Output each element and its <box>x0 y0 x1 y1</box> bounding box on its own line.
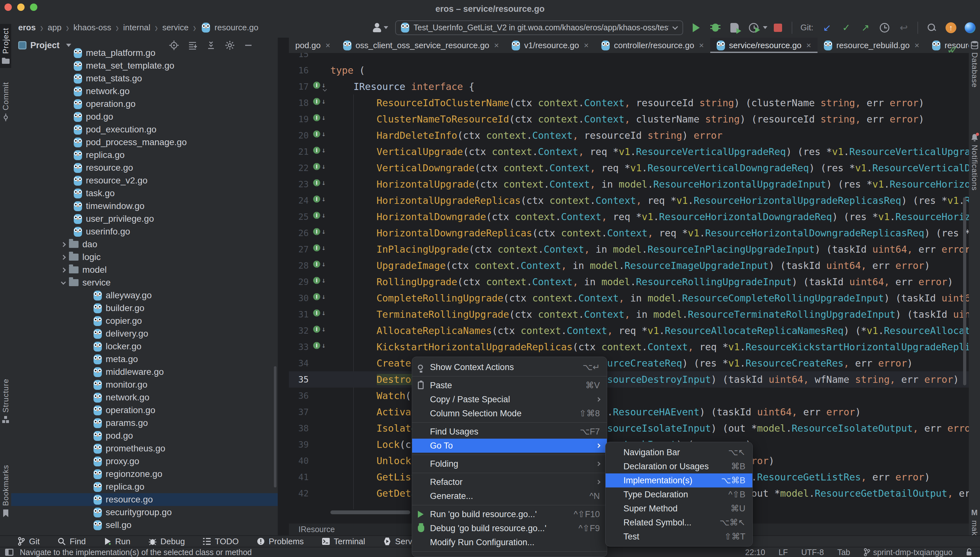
tree-file[interactable]: pod.go <box>11 111 278 123</box>
search-everywhere-button[interactable] <box>926 22 937 33</box>
breadcrumb-item[interactable]: service <box>162 23 188 33</box>
chevron-down-icon[interactable] <box>384 26 388 29</box>
implemented-icon[interactable]: I↓ <box>313 163 326 170</box>
stop-button[interactable] <box>773 22 783 33</box>
breadcrumb-item[interactable]: eros <box>18 23 36 33</box>
menu-item[interactable]: Related Symbol...⌥⌘↖ <box>606 516 752 529</box>
code-line[interactable]: 29I↓ RollingUpgrade(ctx context.Context,… <box>289 274 969 290</box>
undo-button[interactable]: ↩ <box>898 22 909 33</box>
code-line[interactable]: 17I↓ IResource interface { <box>289 78 969 95</box>
code-line[interactable]: 32I↓ AllocateReplicaNames(ctx context.Co… <box>289 322 969 339</box>
close-tab-icon[interactable]: × <box>806 41 811 50</box>
tree-folder[interactable]: dao <box>11 238 278 251</box>
git-update-button[interactable]: ↙ <box>822 22 833 33</box>
tree-file[interactable]: user_privilege.go <box>11 212 278 225</box>
tree-file[interactable]: locker.go <box>11 340 278 353</box>
code-line[interactable]: 24I↓ HorizontalUpgradeReplicas(ctx conte… <box>289 192 969 208</box>
inspection-ok-icon[interactable]: ✓✓ <box>947 43 952 56</box>
chevron-down-icon[interactable] <box>763 26 768 29</box>
chevron-right-icon[interactable] <box>61 267 66 272</box>
tree-file[interactable]: replica.go <box>11 149 278 161</box>
code-line[interactable]: 18I↓ ResourceIdToClusterName(ctx context… <box>289 95 969 111</box>
tree-file[interactable]: network.go <box>11 85 278 98</box>
implemented-icon[interactable]: I↓ <box>313 244 326 251</box>
tool-window-button-debug[interactable]: Debug <box>149 537 185 546</box>
tree-file[interactable]: prometheus.go <box>11 442 278 455</box>
menu-item[interactable]: Refactor <box>412 475 607 489</box>
breadcrumb-item[interactable]: internal <box>123 23 150 33</box>
menu-item[interactable]: Navigation Bar⌥↖ <box>606 445 752 459</box>
code-line[interactable]: 36 Watch(ctx context.Context) error <box>289 388 969 404</box>
panel-splitter[interactable] <box>278 37 289 535</box>
line-separator[interactable]: LF <box>779 548 788 557</box>
tree-file[interactable]: alleyway.go <box>11 289 278 302</box>
menu-item[interactable]: Declaration or Usages⌘B <box>606 459 752 474</box>
tree-file[interactable]: meta_stats.go <box>11 72 278 85</box>
git-commit-button[interactable]: ✓ <box>841 22 852 33</box>
menu-item[interactable]: Paste⌘V <box>412 378 607 393</box>
code-line[interactable]: 31I↓ TerminateRollingUpgrade(ctx context… <box>289 306 969 322</box>
editor-tab[interactable]: controller/resource.go× <box>595 37 710 53</box>
code-line[interactable]: 38 Isolate(ctx context.Context, in model… <box>289 420 969 436</box>
tool-window-button-database[interactable]: Database <box>969 41 980 88</box>
debug-button[interactable] <box>710 22 721 33</box>
tree-file[interactable]: delivery.go <box>11 327 278 340</box>
history-button[interactable] <box>879 22 890 33</box>
menu-item[interactable]: Debug 'go build resource.go...'^⇧F9 <box>412 521 607 535</box>
code-line[interactable]: 34 Create(ctx context.Context, req *v1.R… <box>289 355 969 371</box>
close-tab-icon[interactable]: × <box>699 41 704 50</box>
implemented-icon[interactable]: I↓ <box>313 342 326 349</box>
tool-window-button-notifications[interactable]: Notifications <box>969 134 980 191</box>
run-button[interactable] <box>691 22 702 33</box>
tree-file[interactable]: copier.go <box>11 314 278 327</box>
menu-item[interactable]: Run 'go build resource.go...'^⇧F10 <box>412 507 607 521</box>
menu-item[interactable]: Folding <box>412 457 607 471</box>
code-line[interactable]: 19I↓ ClusterNameToResourceId(ctx context… <box>289 111 969 127</box>
code-with-me-icon[interactable] <box>965 22 975 33</box>
tool-window-button-bookmarks[interactable]: Bookmarks <box>0 461 11 521</box>
editor-vertical-scrollbar[interactable] <box>963 197 966 385</box>
ide-update-badge[interactable]: ↑ <box>946 22 956 33</box>
tool-window-button-problems[interactable]: Problems <box>256 537 304 546</box>
tree-scrollbar[interactable] <box>274 366 276 487</box>
editor-horizontal-scrollbar[interactable] <box>330 510 410 514</box>
implemented-icon[interactable]: I↓ <box>313 261 326 268</box>
chevron-down-icon[interactable] <box>61 280 66 285</box>
code-editor[interactable]: 1516type (17I↓ IResource interface {18I↓… <box>289 53 969 509</box>
code-line[interactable]: 35 Destroy(ctx context.Context, in model… <box>289 371 969 388</box>
caret-position[interactable]: 22:10 <box>745 548 765 557</box>
code-line[interactable]: 20I↓ HardDeleteInfo(ctx context.Context,… <box>289 127 969 143</box>
tree-file[interactable]: regionzone.go <box>11 468 278 480</box>
editor-tab[interactable]: oss_client_oss_service_resource.go× <box>337 37 505 53</box>
profiler-button[interactable] <box>748 22 759 33</box>
git-push-button[interactable]: ↗ <box>860 22 871 33</box>
implemented-icon[interactable]: I↓ <box>313 147 326 154</box>
close-tab-icon[interactable]: × <box>326 41 330 50</box>
editor-tab[interactable]: service/resource.go× <box>710 37 818 53</box>
menu-item[interactable]: Find Usages⌥F7 <box>412 425 607 439</box>
close-tab-icon[interactable]: × <box>915 41 920 50</box>
code-line[interactable]: 15 <box>289 53 969 62</box>
tool-window-button-git[interactable]: Git <box>18 537 39 546</box>
menu-item[interactable]: Type Declaration^⇧B <box>606 487 752 502</box>
menu-item[interactable]: Copy / Paste Special <box>412 393 607 406</box>
indent-style[interactable]: Tab <box>837 548 850 557</box>
tree-file[interactable]: userinfo.go <box>11 225 278 238</box>
file-encoding[interactable]: UTF-8 <box>801 548 824 557</box>
code-line[interactable]: 22I↓ VerticalDowngrade(ctx context.Conte… <box>289 160 969 176</box>
implemented-icon[interactable]: I↓ <box>313 195 326 203</box>
implemented-icon[interactable]: I↓ <box>313 179 326 186</box>
tool-window-button-structure[interactable]: Structure <box>0 375 11 427</box>
tool-window-button-project[interactable]: Project <box>0 24 11 68</box>
tree-file[interactable]: network.go <box>11 391 278 404</box>
code-line[interactable]: 28I↓ UpgradeImage(ctx context.Context, i… <box>289 257 969 274</box>
code-line[interactable]: 16type ( <box>289 62 969 78</box>
tree-folder[interactable]: service <box>11 276 278 289</box>
implemented-icon[interactable]: I↓ <box>313 309 326 316</box>
tree-file[interactable]: pod.go <box>11 429 278 442</box>
code-line[interactable]: 33I↓ KickstartHorizontalUpgradeReplicas(… <box>289 339 969 355</box>
menu-item[interactable]: Super Method⌘U <box>606 502 752 516</box>
menu-item[interactable]: Modify Run Configuration... <box>412 535 607 549</box>
close-tab-icon[interactable]: × <box>584 41 589 50</box>
tool-window-layout-icon[interactable] <box>5 549 13 556</box>
